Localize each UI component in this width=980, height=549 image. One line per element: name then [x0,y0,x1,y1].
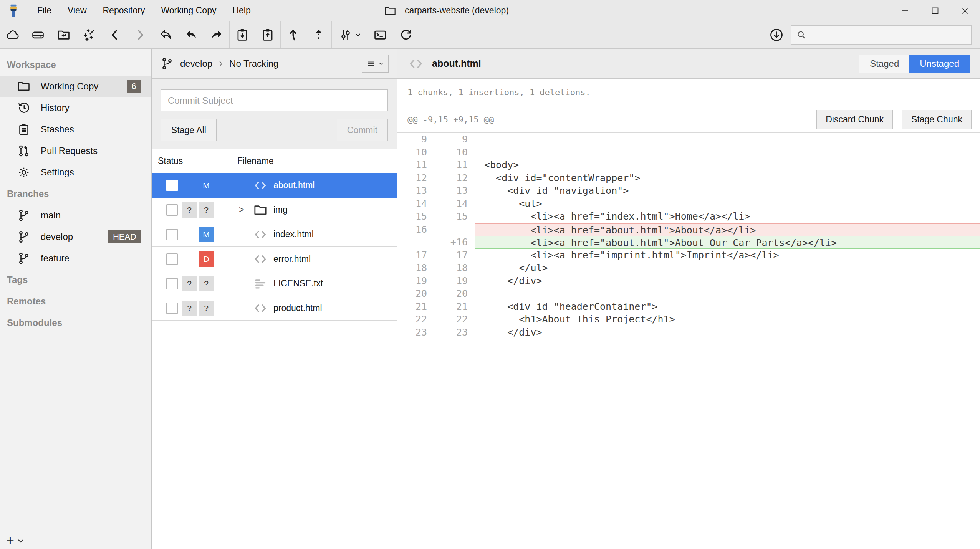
menu-view[interactable]: View [60,0,94,21]
diff-line[interactable]: 2121 <div id="headerContainer"> [397,300,980,313]
stage-chunk-button[interactable]: Stage Chunk [902,110,972,129]
stash-apply-icon[interactable] [255,21,280,48]
arrow-curve-right-filled-icon[interactable] [204,21,229,48]
magic-wand-icon[interactable] [76,21,102,48]
status-badge-slot: ? [182,301,197,316]
line-text: <div id="headerContainer"> [475,300,980,313]
old-line-number: 23 [397,326,434,339]
diff-line[interactable]: 1414 <ul> [397,197,980,210]
arrow-curve-left-filled-icon[interactable] [179,21,204,48]
stage-checkbox[interactable] [166,180,178,191]
stash-save-icon[interactable] [230,21,255,48]
file-row[interactable]: Derror.html [152,247,397,271]
sidebar-branch-feature[interactable]: feature [0,248,151,269]
new-line-number: 10 [434,146,475,159]
stage-checkbox[interactable] [166,253,178,265]
tracking-status-label[interactable]: No Tracking [229,58,278,69]
commit-options-menu-button[interactable] [362,55,389,73]
file-row[interactable]: ??>img [152,198,397,222]
status-column-header[interactable]: Status [152,149,230,173]
commit-subject-input[interactable] [161,89,388,111]
status-badge-slot [182,227,197,242]
diff-line[interactable]: 1919 </div> [397,274,980,288]
search-icon [796,30,807,40]
commit-graph-icon[interactable] [332,21,367,48]
file-row[interactable]: ??product.html [152,296,397,321]
current-branch-label[interactable]: develop [180,58,212,69]
minimize-icon[interactable] [890,0,920,21]
fetch-icon[interactable] [769,27,784,43]
tags-section-header[interactable]: Tags [0,269,151,291]
branch-bar: develop No Tracking [152,49,397,79]
diff-line[interactable]: 1313 <div id="navigation"> [397,184,980,197]
maximize-icon[interactable] [920,0,950,21]
diff-line[interactable]: 1515 <li><a href="index.html">Home</a></… [397,210,980,223]
cloud-icon[interactable] [0,21,25,48]
line-text: <li><a href="about.html">About Our Car P… [475,236,980,249]
diff-line[interactable]: 1212 <div id="contentWrapper"> [397,172,980,185]
discard-chunk-button[interactable]: Discard Chunk [816,110,893,129]
line-text: <div id="navigation"> [475,184,980,197]
old-line-number: 9 [397,133,434,146]
diff-code: 9910101111<body>1212 <div id="contentWra… [397,133,980,339]
diff-line[interactable]: 2020 [397,287,980,300]
stage-checkbox[interactable] [166,204,178,216]
diff-line[interactable]: 2323 </div> [397,326,980,339]
window-title: carparts-website (develop) [384,0,509,21]
expand-chevron-icon[interactable]: > [239,205,253,215]
rebase-icon[interactable] [306,21,331,48]
search-input[interactable] [811,30,967,41]
refresh-icon[interactable] [393,21,419,48]
stage-checkbox[interactable] [166,229,178,240]
diff-line[interactable]: 1818 </ul> [397,261,980,274]
file-name: index.html [273,229,314,240]
add-repository-button[interactable]: + [6,535,24,547]
menu-working-copy[interactable]: Working Copy [153,0,224,21]
sidebar-item-stashes[interactable]: Stashes [0,119,151,140]
diff-line[interactable]: 1111<body> [397,159,980,172]
stage-all-button[interactable]: Stage All [161,119,217,141]
arrow-curve-left-outline-icon[interactable] [153,21,179,48]
status-badge-slot: ? [199,202,214,218]
local-drive-icon[interactable] [25,21,51,48]
close-icon[interactable] [950,0,980,21]
merge-icon[interactable] [281,21,306,48]
file-row[interactable]: Mindex.html [152,222,397,247]
chevron-down-icon [379,62,384,66]
sidebar-branch-develop[interactable]: develop HEAD [0,226,151,248]
menu-repository[interactable]: Repository [95,0,153,21]
remotes-section-header[interactable]: Remotes [0,291,151,312]
new-line-number: +16 [434,236,475,249]
old-line-number: 15 [397,210,434,223]
diff-line[interactable]: +16 <li><a href="about.html">About Our C… [397,236,980,249]
filename-column-header[interactable]: Filename [230,149,397,173]
diff-line[interactable]: -16 <li><a href="about.html">About</a></… [397,223,980,236]
diff-line[interactable]: 99 [397,133,980,146]
back-icon[interactable] [102,21,127,48]
sidebar-branch-main[interactable]: main [0,205,151,226]
diff-line[interactable]: 2222 <h1>About This Project</h1> [397,313,980,326]
diff-line[interactable]: 1717 <li><a href="imprint.html">Imprint<… [397,249,980,262]
menu-help[interactable]: Help [224,0,258,21]
tab-unstaged[interactable]: Unstaged [909,55,970,73]
file-name: error.html [273,254,311,264]
folder-icon [253,202,268,218]
stage-checkbox[interactable] [166,303,178,314]
terminal-icon[interactable] [368,21,393,48]
old-line-number: 11 [397,159,434,172]
menu-file[interactable]: File [29,0,60,21]
sidebar-item-settings[interactable]: Settings [0,162,151,183]
clipboard-icon [17,122,31,136]
stage-checkbox[interactable] [166,278,178,289]
file-row[interactable]: ??LICENSE.txt [152,271,397,296]
sidebar-item-working-copy[interactable]: Working Copy 6 [0,76,151,97]
diff-line[interactable]: 1010 [397,146,980,159]
open-repository-icon[interactable] [51,21,76,48]
submodules-section-header[interactable]: Submodules [0,312,151,334]
line-text [475,146,980,159]
status-badge: M [199,227,214,242]
sidebar-item-history[interactable]: History [0,97,151,119]
tab-staged[interactable]: Staged [859,55,909,73]
sidebar-item-pull-requests[interactable]: Pull Requests [0,140,151,162]
file-row[interactable]: Mabout.html [152,173,397,198]
